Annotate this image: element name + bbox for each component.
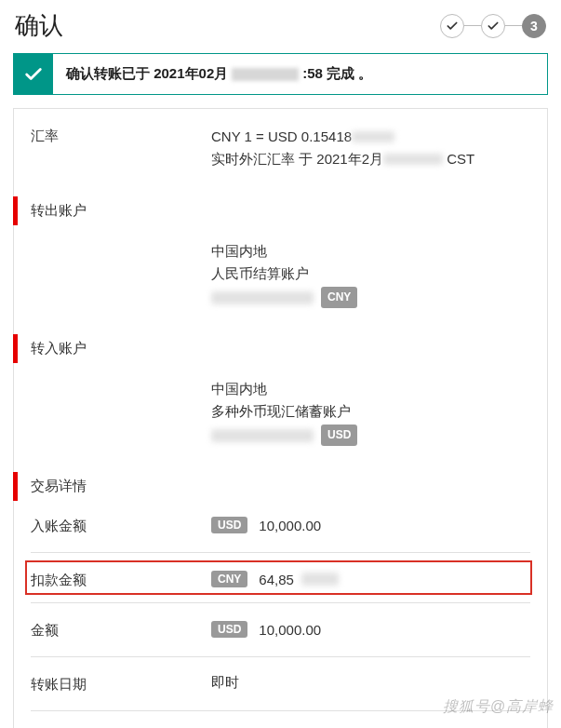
label-exchange-rate: 汇率 (31, 126, 211, 145)
row-debit-amount: 扣款金额 CNY 64,85 (14, 570, 547, 589)
amount-value: 10,000.00 (259, 622, 321, 638)
alert-message: 确认转账已于 2021年02月 :58 完成 。 (53, 54, 547, 94)
page-title: 确认 (15, 9, 63, 42)
label-debit-amount: 扣款金额 (31, 570, 211, 589)
currency-badge: CNY (211, 571, 247, 587)
redacted-segment (301, 573, 339, 586)
row-amount: 金额 USD 10,000.00 (14, 620, 547, 640)
value-debit-amount: CNY 64,85 (211, 570, 530, 587)
redacted-segment (232, 68, 299, 81)
label-credit-amount: 入账金额 (31, 516, 211, 535)
details-card: 汇率 CNY 1 = USD 0.15418 实时外汇汇率 于 2021年2月 … (13, 108, 548, 728)
row-exchange-rate: 汇率 CNY 1 = USD 0.15418 实时外汇汇率 于 2021年2月 … (14, 126, 547, 170)
account-region: 中国内地 (211, 378, 530, 400)
row-transfer-date: 转账日期 即时 (14, 674, 547, 694)
step-2 (481, 14, 505, 38)
divider (31, 552, 530, 553)
amount-value-prefix: 64,85 (259, 572, 294, 587)
section-transfer-out: 转出账户 (14, 195, 547, 227)
redacted-segment (352, 131, 394, 142)
value-amount: USD 10,000.00 (211, 620, 530, 638)
row-transfer-out: 中国内地 人民币结算账户 CNY (14, 240, 547, 308)
value-credit-amount: USD 10,000.00 (211, 516, 530, 533)
divider (31, 710, 530, 711)
step-3: 3 (522, 14, 546, 38)
account-region: 中国内地 (211, 240, 530, 263)
step-connector (464, 25, 481, 26)
section-transaction-details: 交易详情 (14, 470, 547, 503)
redacted-segment (211, 291, 314, 304)
label-transfer-date: 转账日期 (31, 674, 211, 694)
redacted-segment (383, 154, 443, 165)
section-transfer-in: 转入账户 (14, 332, 547, 365)
alert-text-suffix: :58 完成 。 (302, 65, 372, 83)
page-container: 确认 3 确认转账已于 2021年02月 :58 完成 。 (0, 0, 561, 728)
row-credit-amount: 入账金额 USD 10,000.00 (14, 516, 547, 535)
check-icon (23, 64, 44, 85)
currency-badge: USD (321, 425, 357, 446)
rate-line-2: 实时外汇汇率 于 2021年2月 CST (211, 148, 530, 170)
currency-badge: USD (211, 621, 247, 638)
value-transfer-date: 即时 (211, 674, 530, 692)
step-connector (505, 25, 522, 26)
amount-value: 10,000.00 (259, 518, 321, 533)
account-number-row: USD (211, 425, 530, 446)
account-number-row: CNY (211, 287, 530, 308)
success-icon-box (14, 54, 53, 94)
currency-badge: USD (211, 517, 247, 533)
account-type: 多种外币现汇储蓄账户 (211, 400, 530, 423)
rate-line-1: CNY 1 = USD 0.15418 (211, 126, 530, 148)
transfer-in-account: 中国内地 多种外币现汇储蓄账户 USD (211, 378, 530, 446)
check-icon (487, 20, 500, 33)
page-header: 确认 3 (0, 0, 561, 49)
row-transfer-in: 中国内地 多种外币现汇储蓄账户 USD (14, 378, 547, 446)
transfer-out-account: 中国内地 人民币结算账户 CNY (211, 240, 530, 308)
divider (31, 602, 530, 603)
currency-badge: CNY (321, 287, 357, 308)
check-icon (446, 20, 459, 33)
success-alert: 确认转账已于 2021年02月 :58 完成 。 (13, 53, 548, 95)
progress-stepper: 3 (440, 14, 546, 38)
alert-text-prefix: 确认转账已于 2021年02月 (66, 65, 228, 83)
alert-container: 确认转账已于 2021年02月 :58 完成 。 (0, 49, 561, 108)
label-amount: 金额 (31, 620, 211, 640)
value-exchange-rate: CNY 1 = USD 0.15418 实时外汇汇率 于 2021年2月 CST (211, 126, 530, 170)
account-type: 人民币结算账户 (211, 263, 530, 285)
redacted-segment (211, 429, 314, 442)
divider (31, 656, 530, 657)
step-1 (440, 14, 464, 38)
